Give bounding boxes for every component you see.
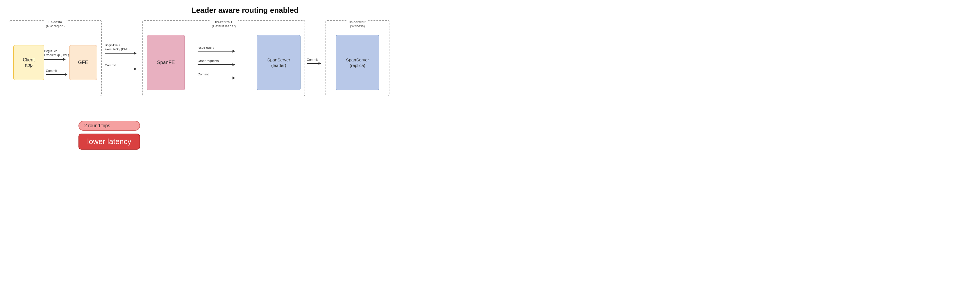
arrow-spanfe-server-mid [197, 63, 235, 66]
arrow-spanfe-server-bottom [197, 77, 235, 80]
region-east-label: us-east4 (RW region) [44, 20, 67, 28]
badge-lower-latency: lower latency [78, 134, 140, 150]
region-central1-label: us-central1 (Default leader) [210, 20, 238, 28]
diagram: us-east4 (RW region) Client app BeginTxn… [9, 20, 481, 96]
gfe-box: GFE [69, 45, 97, 80]
region-east: us-east4 (RW region) Client app BeginTxn… [9, 20, 102, 96]
arrow-client-gfe-top [44, 58, 66, 61]
bottom-section: 2 round trips lower latency [78, 121, 140, 150]
arrow-gfe-spanfe-top [105, 52, 137, 55]
connector-gfe-spanfe: BeginTxn + ExecuteSql (DML) Commit [102, 43, 140, 70]
spanfe-box: SpanFE [147, 35, 185, 90]
arrow-spanfe-server-top [197, 50, 235, 53]
spanserver-replica-box: SpanServer (replica) [336, 35, 379, 90]
label-issue-query: Issue query [197, 46, 214, 49]
label-commit-leader-replica: Commit [307, 58, 318, 61]
arrow-gfe-spanfe-bottom [105, 67, 137, 70]
page: Leader aware routing enabled us-east4 (R… [0, 0, 490, 152]
spanserver-leader-box: SpanServer (leader) [257, 35, 301, 90]
client-app-box: Client app [13, 45, 44, 80]
arrow-leader-replica [307, 62, 321, 65]
region-central1: us-central1 (Default leader) SpanFE Issu… [142, 20, 305, 96]
arrow-client-gfe-bottom [46, 73, 67, 76]
region-central2: us-central2 (Witness) SpanServer (replic… [326, 20, 390, 96]
label-begintxn-dml-central: BeginTxn + ExecuteSql (DML) [105, 43, 130, 51]
label-begintxn-dml-east: BeginTxn + ExecuteSql (DML) [44, 49, 69, 57]
page-title: Leader aware routing enabled [9, 6, 481, 15]
badge-round-trips: 2 round trips [78, 121, 140, 131]
label-commit-gfe-spanfe: Commit [105, 64, 116, 67]
label-commit-spanfe-server: Commit [197, 72, 209, 76]
region-central2-label: us-central2 (Witness) [347, 20, 368, 28]
label-commit-east: Commit [46, 69, 57, 72]
connector-leader-replica: Commit [305, 58, 323, 65]
label-other-requests: Other requests [197, 59, 219, 62]
